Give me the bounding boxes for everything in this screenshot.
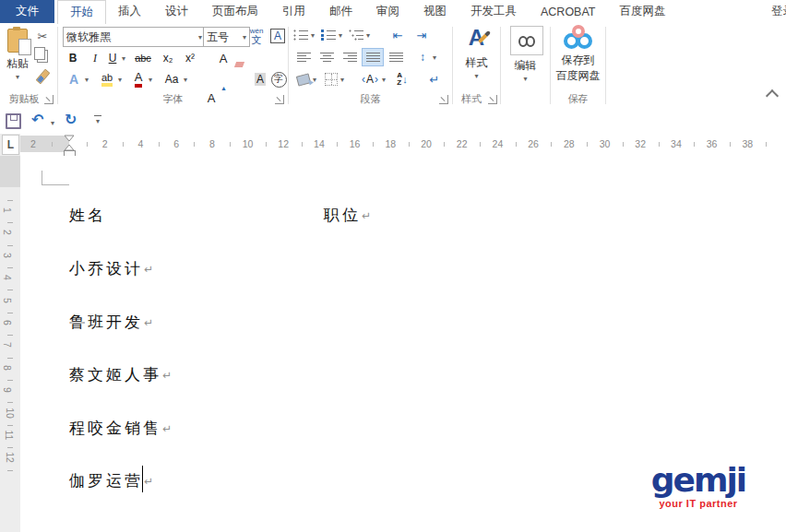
ruler-tick — [194, 142, 195, 147]
multilevel-list-icon — [349, 30, 363, 41]
paragraph-dialog-launcher[interactable] — [439, 95, 448, 104]
strikethrough-button[interactable]: abc — [132, 49, 154, 67]
format-painter-button[interactable] — [33, 67, 52, 86]
collapse-ribbon-button[interactable] — [766, 89, 779, 102]
text-cursor — [142, 466, 143, 492]
numbering-button[interactable] — [320, 26, 337, 44]
text-effects-button[interactable]: A — [66, 70, 82, 89]
h-ruler[interactable]: 2 2468101214161820222426283032343638 — [20, 136, 786, 152]
tab-mailings[interactable]: 邮件 — [317, 0, 364, 23]
save-to-baidu-line1: 保存到 — [562, 53, 595, 68]
multilevel-caret-icon[interactable]: ▾ — [363, 31, 373, 40]
tab-acrobat[interactable]: ACROBAT — [529, 0, 608, 23]
tab-developer[interactable]: 开发工具 — [458, 0, 529, 23]
line-spacing-button[interactable]: ↕ — [414, 48, 431, 66]
align-left-button[interactable] — [294, 48, 313, 66]
change-case-caret-icon[interactable]: ▾ — [181, 76, 190, 84]
save-button[interactable] — [6, 113, 21, 129]
superscript-button[interactable]: x² — [182, 49, 198, 67]
baidu-netdisk-icon — [564, 25, 592, 50]
editing-button[interactable] — [510, 26, 543, 55]
editing-caret-icon[interactable]: ▾ — [501, 75, 550, 83]
ribbon-tab-bar: 文件 开始 插入 设计 页面布局 引用 邮件 审阅 视图 开发工具 ACROBA… — [0, 0, 786, 24]
undo-icon: ↶ — [31, 112, 43, 127]
shading-caret-icon[interactable]: ▾ — [310, 76, 319, 84]
tab-file[interactable]: 文件 — [0, 0, 54, 23]
multilevel-list-button[interactable] — [348, 26, 364, 44]
phonetic-guide-button[interactable]: wén 文 — [247, 26, 266, 46]
redo-button[interactable]: ↻ — [65, 112, 77, 127]
show-hide-marks-button[interactable]: ↵ — [425, 70, 444, 89]
tab-page-layout[interactable]: 页面布局 — [200, 0, 270, 23]
increase-indent-button[interactable]: ⇥ — [412, 26, 431, 44]
font-dialog-launcher[interactable] — [275, 95, 284, 104]
bold-icon: B — [69, 52, 77, 65]
gemji-logo[interactable]: gemji your IT partner — [643, 464, 754, 509]
distribute-button[interactable] — [387, 48, 405, 66]
highlight-button[interactable]: ab — [97, 70, 117, 89]
tab-review[interactable]: 审阅 — [364, 0, 411, 23]
character-shading-button[interactable]: A — [252, 70, 268, 89]
decrease-indent-button[interactable]: ⇤ — [388, 26, 407, 44]
numbering-caret-icon[interactable]: ▾ — [336, 31, 345, 40]
undo-caret-icon[interactable]: ▾ — [48, 119, 57, 127]
subscript-button[interactable]: x₂ — [160, 49, 176, 67]
text-effects-caret-icon[interactable]: ▾ — [82, 76, 91, 84]
character-border-button[interactable]: A — [268, 26, 287, 46]
ruler-tick — [7, 267, 13, 268]
styles-dialog-launcher[interactable] — [488, 95, 497, 104]
font-family-combo[interactable]: 微软雅黑 ▾ — [63, 27, 206, 47]
paragraph-mark-icon: ↵ — [430, 73, 440, 87]
underline-button[interactable]: U — [106, 49, 119, 67]
tab-home[interactable]: 开始 — [57, 0, 106, 24]
justify-button[interactable] — [362, 48, 384, 66]
paste-caret-icon: ▾ — [16, 73, 19, 81]
highlight-caret-icon[interactable]: ▾ — [115, 76, 125, 84]
save-to-baidu-button[interactable]: 保存到 百度网盘 — [551, 25, 605, 84]
asian-layout-button[interactable]: A — [359, 70, 381, 89]
chevron-down-icon: ▾ — [243, 33, 246, 41]
styles-button[interactable]: A 样式 ▾ — [453, 27, 500, 80]
tab-insert[interactable]: 插入 — [106, 0, 153, 23]
undo-button[interactable]: ↶ — [31, 112, 43, 127]
bullets-caret-icon[interactable]: ▾ — [308, 31, 317, 40]
underline-caret-icon[interactable]: ▾ — [119, 54, 128, 63]
document-page[interactable]: 姓名 职位↵ 小乔设计↵ 鲁班开发↵ 蔡文姬人事↵ 程咬金销售↵ 伽罗运营↵ g… — [20, 156, 786, 532]
editing-label: 编辑 — [501, 58, 550, 74]
asian-layout-icon: A — [362, 73, 378, 86]
ruler-number: 4 — [137, 138, 143, 149]
paste-button[interactable]: 粘贴 ▾ — [2, 26, 33, 85]
clipboard-dialog-launcher[interactable] — [44, 95, 54, 104]
ruler-number: 14 — [314, 138, 325, 149]
ruler-number: 2 — [102, 138, 108, 149]
cut-button[interactable]: ✂ — [33, 27, 52, 45]
bullets-button[interactable] — [292, 26, 309, 44]
tab-stop-selector[interactable]: L — [2, 135, 19, 155]
v-ruler[interactable]: 123456789101112 — [0, 156, 20, 532]
font-size-combo[interactable]: 五号 ▾ — [203, 27, 250, 47]
copy-button[interactable] — [33, 47, 52, 65]
asian-layout-caret-icon[interactable]: ▾ — [379, 76, 388, 84]
align-right-button[interactable] — [340, 48, 359, 66]
sort-button[interactable]: AZ ↓ — [392, 70, 412, 89]
customize-qat-button[interactable]: ▾ — [94, 115, 101, 125]
tab-baidu-netdisk[interactable]: 百度网盘 — [608, 0, 678, 23]
ruler-tick — [230, 142, 231, 147]
clear-formatting-icon: A — [220, 52, 228, 65]
font-color-button[interactable]: A — [130, 70, 147, 89]
align-center-button[interactable] — [317, 48, 336, 66]
change-case-button[interactable]: Aa — [161, 70, 182, 89]
row-line: 程咬金销售↵ — [69, 418, 172, 439]
tab-references[interactable]: 引用 — [270, 0, 317, 23]
tab-design[interactable]: 设计 — [153, 0, 200, 23]
tab-view[interactable]: 视图 — [411, 0, 458, 23]
borders-caret-icon[interactable]: ▾ — [338, 76, 347, 84]
font-color-caret-icon[interactable]: ▾ — [146, 76, 155, 84]
italic-button[interactable]: I — [89, 49, 101, 67]
sign-in-link[interactable]: 登录 — [771, 0, 786, 23]
bold-button[interactable]: B — [66, 49, 80, 67]
line-spacing-caret-icon[interactable]: ▾ — [430, 53, 439, 62]
first-line-indent-marker[interactable] — [64, 135, 75, 142]
clear-formatting-button[interactable]: A — [211, 49, 235, 67]
enclose-characters-button[interactable]: 字 — [270, 70, 287, 89]
